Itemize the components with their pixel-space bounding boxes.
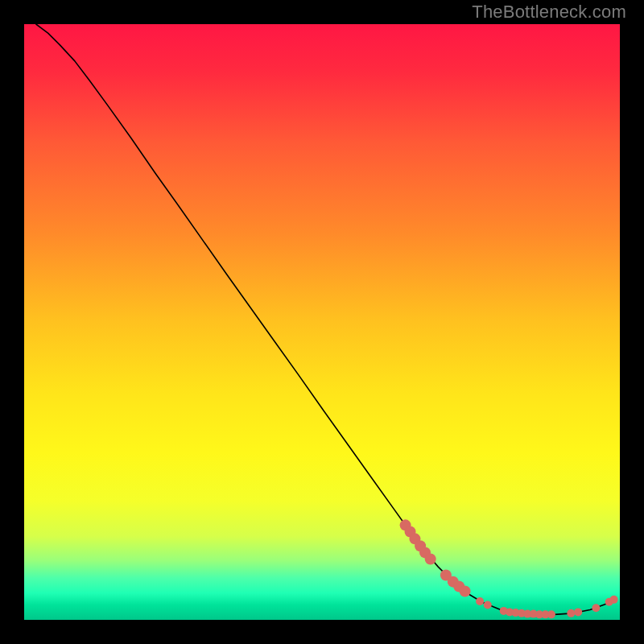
- watermark-text: TheBottleneck.com: [472, 2, 626, 23]
- curve-marker: [484, 601, 492, 609]
- curve-marker: [476, 597, 484, 605]
- curve-marker: [460, 585, 471, 597]
- chart-plot-area: [24, 24, 620, 620]
- chart-svg: [24, 24, 620, 620]
- curve-marker: [592, 604, 600, 612]
- curve-marker: [547, 610, 555, 618]
- curve-marker: [425, 554, 436, 565]
- curve-marker: [610, 596, 618, 604]
- curve-marker: [574, 608, 582, 616]
- curve-marker: [567, 609, 575, 617]
